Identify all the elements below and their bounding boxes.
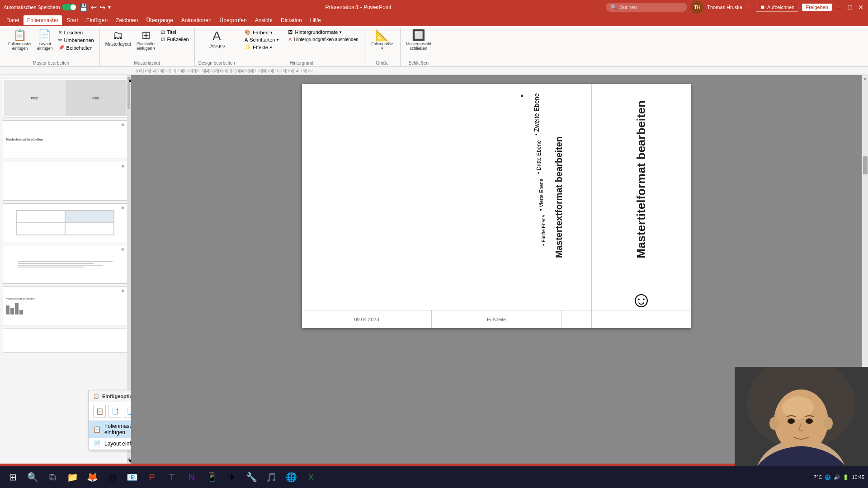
masteransicht-schliessen-btn[interactable]: 🔲 Masteransichtschließen — [404, 29, 433, 52]
footer-date: 09.04.2023 — [302, 310, 432, 328]
app1-btn[interactable]: 🔧 — [242, 468, 260, 486]
loeschen-btn[interactable]: ✕Löschen — [57, 29, 96, 36]
masterlayout-label: Masterlayout — [105, 42, 131, 47]
schriftarten-label: Schriftarten — [250, 37, 275, 42]
minimize-btn[interactable]: — — [835, 4, 843, 11]
scroll-up-arrow[interactable]: ▲ — [862, 75, 868, 81]
scroll-thumb[interactable] — [863, 156, 868, 174]
taskbar-battery-icon[interactable]: 🔋 — [843, 474, 849, 480]
hintergrundformate-btn[interactable]: 🖼Hintergrundformate ▾ — [286, 29, 360, 35]
fusszeilen-toggle[interactable]: ☑Fußzeilen — [159, 36, 190, 42]
menu-dictation[interactable]: Dictation — [277, 15, 306, 25]
layout-icon: 📄 — [38, 30, 52, 41]
layout-einfuegen-btn[interactable]: 📄 Layouteinfügen — [35, 29, 55, 52]
save-icon[interactable]: 💾 — [79, 3, 88, 12]
menu-datei[interactable]: Datei — [3, 15, 23, 25]
svg-point-6 — [806, 418, 813, 424]
text-section: Mastertextformat bearbeiten • Zweite Ebe… — [302, 84, 591, 310]
menu-start[interactable]: Start — [63, 15, 81, 25]
windows-start-btn[interactable]: ⊞ — [4, 468, 22, 486]
taskbar-network-icon[interactable]: 🌐 — [825, 474, 831, 480]
umbenennen-btn[interactable]: ✏Umbenennen — [57, 37, 96, 43]
designs-label: Designs — [208, 43, 225, 48]
share-button[interactable]: Freigeben — [802, 4, 832, 11]
taskview-btn[interactable]: ⧉ — [43, 468, 61, 486]
close-btn[interactable]: ✕ — [857, 4, 864, 11]
beibehalten-btn[interactable]: 📌Beibehalten — [57, 44, 96, 51]
folienmaster-icon: 📋 — [13, 30, 27, 41]
autosave-switch[interactable] — [62, 4, 76, 10]
foliengroesse-btn[interactable]: 📐 Foliengröße▾ — [369, 29, 395, 52]
folienmaster-einfuegen-btn[interactable]: 📋 Folienmastereinfügen — [6, 29, 33, 52]
undo-icon[interactable]: ↩ — [91, 3, 97, 12]
bullet-2: • Dritte Ebene — [532, 140, 546, 174]
masterlayout-btn[interactable]: 🗂 Masterlayout — [104, 29, 133, 47]
ribbon-group-master: 📋 Folienmastereinfügen 📄 Layouteinfügen … — [3, 28, 100, 66]
slide-thumb-2[interactable]: ▣ Masterformat bearbeiten — [3, 120, 128, 159]
teams-btn[interactable]: T — [163, 468, 181, 486]
viber-btn[interactable]: 📱 — [203, 468, 221, 486]
title-bar-right: 🔍 Suchen TH Thomas Hruska ❓ ⏺ Aufzeichne… — [606, 1, 864, 14]
slide-thumb-1[interactable]: FEC FEC — [3, 79, 128, 117]
menu-folienmaster[interactable]: Folienmaster — [24, 15, 62, 25]
redo-icon[interactable]: ↪ — [99, 3, 105, 12]
scrollbar-arrow-down[interactable]: ▼ — [127, 458, 130, 461]
canvas-area[interactable]: Mastertitelformat bearbeiten ☺ Mastertex… — [131, 75, 862, 464]
maximize-btn[interactable]: □ — [846, 4, 854, 11]
search-icon: 🔍 — [610, 4, 617, 10]
chrome-btn[interactable]: ◎ — [103, 468, 121, 486]
app3-btn[interactable]: 🌐 — [282, 468, 300, 486]
designs-icon: A — [212, 30, 221, 42]
explorer-btn[interactable]: 📁 — [63, 468, 81, 486]
menu-hilfe[interactable]: Hilfe — [307, 15, 325, 25]
quickaccess-icon[interactable]: ▾ — [108, 4, 111, 10]
titel-toggle[interactable]: ☑Titel — [159, 29, 190, 35]
designs-btn[interactable]: A Designs — [207, 29, 226, 49]
platzhalter-btn[interactable]: ⊞ Platzhaltereinfügen ▾ — [135, 29, 158, 52]
farben-label: Farben — [253, 30, 269, 35]
menu-einfuegen[interactable]: Einfügen — [83, 15, 111, 25]
slide-thumb-7[interactable] — [3, 328, 128, 353]
slide-panel[interactable]: FEC FEC ▣ Masterformat bearbeiten ▣ ▣ — [0, 75, 131, 464]
search-box[interactable]: 🔍 Suchen — [606, 3, 687, 12]
paste-icon-btn-2[interactable]: 📑 — [108, 405, 121, 418]
help-icon[interactable]: ❓ — [746, 5, 752, 10]
menu-uebergaenge[interactable]: Übergänge — [142, 15, 176, 25]
ppt-btn[interactable]: P — [143, 468, 161, 486]
ribbon-group-hintergrund: 🎨Farben ▾ ASchriftarten ▾ ✨Effekte ▾ 🖼Hi… — [239, 28, 364, 66]
main-area: FEC FEC ▣ Masterformat bearbeiten ▣ ▣ — [0, 75, 868, 464]
menu-animationen[interactable]: Animationen — [178, 15, 215, 25]
effekte-btn[interactable]: ✨Effekte ▾ — [243, 44, 281, 51]
slide-thumb-3[interactable]: ▣ — [3, 162, 128, 201]
popup-item-layout[interactable]: 📄 Layout einfügen — [89, 438, 131, 450]
telegram-btn[interactable]: ✈ — [222, 468, 241, 486]
scrollbar-thumb[interactable] — [127, 82, 130, 109]
slide-thumb-6[interactable]: ▣ Masterformat bearbeiten — [3, 286, 128, 325]
autosave-toggle[interactable]: Automatisches Speichern — [4, 4, 76, 10]
slide-thumb-4[interactable]: ▣ — [3, 203, 128, 242]
menu-ueberpruefen[interactable]: Überprüfen — [216, 15, 250, 25]
menu-zeichnen[interactable]: Zeichnen — [112, 15, 142, 25]
app2-btn[interactable]: 🎵 — [262, 468, 280, 486]
record-button[interactable]: ⏺ Aufzeichnen — [756, 3, 799, 12]
onenote-btn[interactable]: N — [183, 468, 201, 486]
folienmaster-label: Folienmastereinfügen — [8, 42, 32, 51]
schriftarten-btn[interactable]: ASchriftarten ▾ — [243, 37, 281, 43]
menu-ansicht[interactable]: Ansicht — [251, 15, 276, 25]
hintergrundgrafiken-btn[interactable]: ✕Hintergrundgrafiken ausblenden — [286, 36, 360, 43]
taskbar-speaker-icon[interactable]: 🔊 — [834, 474, 840, 480]
popup-item-1-icon: 📋 — [93, 426, 101, 433]
paste-icon-btn-3[interactable]: 📃 — [124, 405, 131, 418]
firefox-btn[interactable]: 🦊 — [83, 468, 101, 486]
smiley-icon: ☺ — [630, 287, 652, 312]
slide-thumb-5[interactable]: ▣ — [3, 245, 128, 284]
user-avatar[interactable]: TH — [691, 1, 703, 14]
farben-btn[interactable]: 🎨Farben ▾ — [243, 29, 281, 36]
paste-icon-btn-1[interactable]: 📋 — [93, 405, 106, 418]
outlook-btn[interactable]: 📧 — [123, 468, 141, 486]
autosave-label: Automatisches Speichern — [4, 5, 60, 10]
scrollbar-arrow-up[interactable]: ▲ — [127, 77, 130, 81]
search-taskbar-btn[interactable]: 🔍 — [24, 468, 42, 486]
popup-item-folienmaster[interactable]: 📋 Folienmaster einfügen — [89, 421, 131, 438]
excel-btn[interactable]: X — [302, 468, 320, 486]
